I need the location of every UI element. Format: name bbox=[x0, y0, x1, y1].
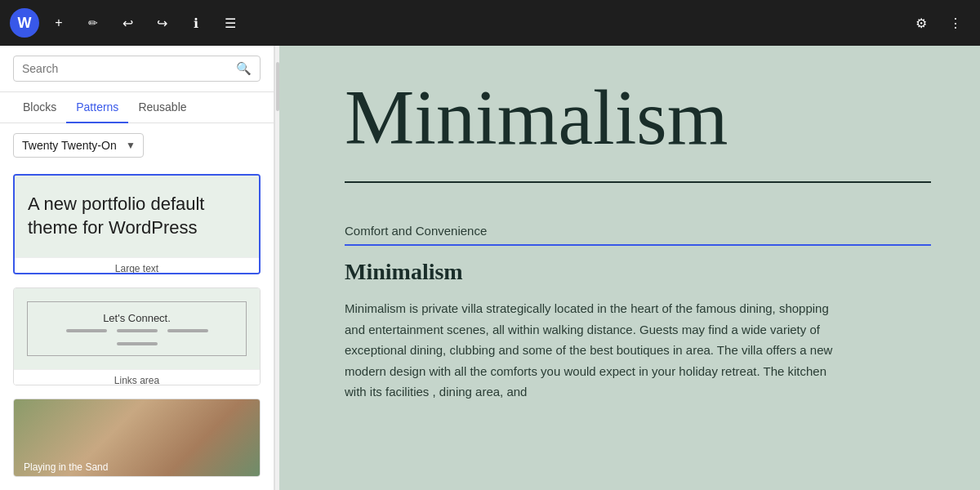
editor-subtitle: Comfort and Convenience bbox=[345, 224, 931, 238]
list-view-button[interactable]: ☰ bbox=[216, 8, 245, 38]
more-options-button[interactable]: ⋮ bbox=[941, 8, 970, 38]
pattern-card-image[interactable]: Playing in the Sand bbox=[13, 399, 261, 477]
link-bar-3 bbox=[167, 329, 208, 332]
sidebar-scroll-thumb bbox=[276, 62, 279, 111]
edit-button[interactable]: ✏ bbox=[78, 8, 108, 38]
theme-dropdown[interactable]: Twenty Twenty-One Twenty Twenty Twenty N… bbox=[13, 133, 144, 158]
editor-section-title: Minimalism bbox=[345, 259, 931, 285]
link-bar-1 bbox=[66, 329, 107, 332]
links-area-label: Links area bbox=[14, 369, 260, 385]
link-bar-4 bbox=[117, 342, 158, 345]
large-text-content: A new portfolio default theme for WordPr… bbox=[28, 193, 246, 239]
editor-area[interactable]: Minimalism Comfort and Convenience Minim… bbox=[279, 46, 980, 490]
pattern-card-links-area[interactable]: Let's Connect. Links area bbox=[13, 287, 261, 385]
editor-title: Minimalism bbox=[345, 78, 931, 157]
image-overlay-text: Playing in the Sand bbox=[24, 461, 108, 473]
sidebar: 🔍 Blocks Patterns Reusable Twenty Twenty… bbox=[0, 46, 274, 490]
editor-title-divider bbox=[345, 181, 931, 183]
tabs-bar: Blocks Patterns Reusable bbox=[0, 92, 274, 123]
link-bar-2 bbox=[117, 329, 158, 332]
image-preview: Playing in the Sand bbox=[14, 399, 260, 477]
sidebar-scrollbar[interactable] bbox=[274, 46, 279, 490]
main-layout: 🔍 Blocks Patterns Reusable Twenty Twenty… bbox=[0, 46, 980, 490]
search-container: 🔍 bbox=[0, 46, 274, 92]
tab-reusable[interactable]: Reusable bbox=[128, 92, 196, 123]
tab-blocks[interactable]: Blocks bbox=[13, 92, 66, 123]
redo-button[interactable]: ↪ bbox=[147, 8, 176, 38]
undo-button[interactable]: ↩ bbox=[113, 8, 142, 38]
toolbar: W + ✏ ↩ ↪ ℹ ☰ ⚙ ⋮ bbox=[0, 0, 980, 46]
wp-logo-button[interactable]: W bbox=[10, 8, 39, 38]
search-box: 🔍 bbox=[13, 56, 261, 82]
links-preview-title: Let's Connect. bbox=[103, 312, 171, 324]
settings-button[interactable]: ⚙ bbox=[906, 8, 936, 38]
large-text-label: Large text bbox=[15, 257, 259, 274]
links-preview-links bbox=[41, 329, 233, 345]
tab-patterns[interactable]: Patterns bbox=[66, 92, 128, 123]
links-border-box: Let's Connect. bbox=[27, 301, 247, 356]
pattern-card-large-text[interactable]: A new portfolio default theme for WordPr… bbox=[13, 174, 261, 274]
patterns-list: A new portfolio default theme for WordPr… bbox=[0, 167, 274, 490]
dropdown-container: Twenty Twenty-One Twenty Twenty Twenty N… bbox=[0, 123, 274, 167]
info-button[interactable]: ℹ bbox=[181, 8, 211, 38]
large-text-preview: A new portfolio default theme for WordPr… bbox=[15, 176, 259, 257]
add-block-button[interactable]: + bbox=[44, 8, 74, 38]
theme-dropdown-wrapper: Twenty Twenty-One Twenty Twenty Twenty N… bbox=[13, 133, 144, 158]
search-icon-button[interactable]: 🔍 bbox=[236, 61, 252, 76]
search-input[interactable] bbox=[22, 62, 229, 75]
editor-body-text: Minimalism is private villa strategicall… bbox=[345, 298, 835, 403]
editor-blue-divider bbox=[345, 244, 931, 246]
links-preview: Let's Connect. bbox=[14, 288, 260, 369]
